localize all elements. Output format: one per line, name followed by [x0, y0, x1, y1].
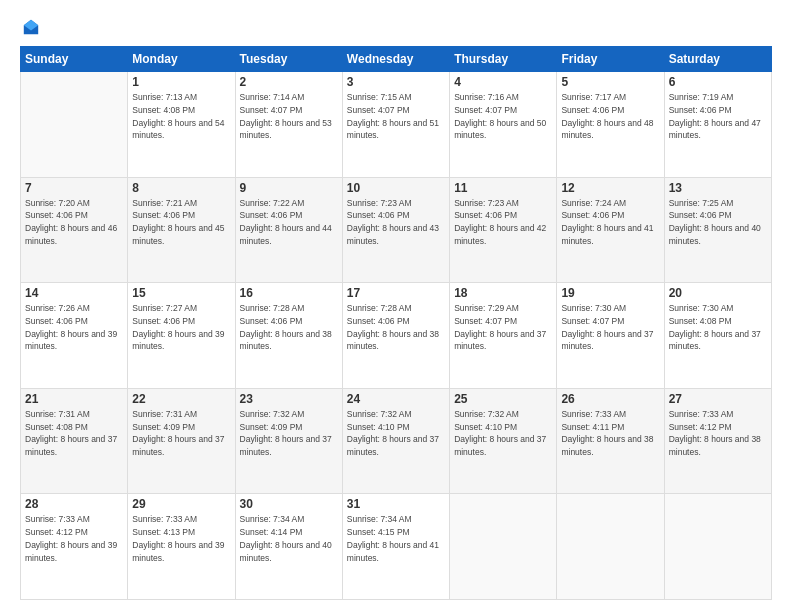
day-number: 10	[347, 181, 445, 195]
day-info: Sunrise: 7:23 AMSunset: 4:06 PMDaylight:…	[454, 198, 546, 246]
calendar-cell: 31 Sunrise: 7:34 AMSunset: 4:15 PMDaylig…	[342, 494, 449, 600]
day-header-monday: Monday	[128, 47, 235, 72]
calendar-cell: 6 Sunrise: 7:19 AMSunset: 4:06 PMDayligh…	[664, 72, 771, 178]
day-number: 3	[347, 75, 445, 89]
day-number: 1	[132, 75, 230, 89]
day-number: 12	[561, 181, 659, 195]
day-number: 26	[561, 392, 659, 406]
day-number: 19	[561, 286, 659, 300]
calendar-cell: 14 Sunrise: 7:26 AMSunset: 4:06 PMDaylig…	[21, 283, 128, 389]
calendar-cell: 9 Sunrise: 7:22 AMSunset: 4:06 PMDayligh…	[235, 177, 342, 283]
day-header-sunday: Sunday	[21, 47, 128, 72]
calendar-cell: 25 Sunrise: 7:32 AMSunset: 4:10 PMDaylig…	[450, 388, 557, 494]
day-number: 31	[347, 497, 445, 511]
calendar-week-4: 21 Sunrise: 7:31 AMSunset: 4:08 PMDaylig…	[21, 388, 772, 494]
calendar-week-5: 28 Sunrise: 7:33 AMSunset: 4:12 PMDaylig…	[21, 494, 772, 600]
calendar-cell: 11 Sunrise: 7:23 AMSunset: 4:06 PMDaylig…	[450, 177, 557, 283]
day-info: Sunrise: 7:24 AMSunset: 4:06 PMDaylight:…	[561, 198, 653, 246]
day-number: 22	[132, 392, 230, 406]
calendar-cell: 17 Sunrise: 7:28 AMSunset: 4:06 PMDaylig…	[342, 283, 449, 389]
page: SundayMondayTuesdayWednesdayThursdayFrid…	[0, 0, 792, 612]
day-info: Sunrise: 7:33 AMSunset: 4:12 PMDaylight:…	[25, 514, 117, 562]
calendar-cell: 24 Sunrise: 7:32 AMSunset: 4:10 PMDaylig…	[342, 388, 449, 494]
day-number: 13	[669, 181, 767, 195]
calendar-cell: 1 Sunrise: 7:13 AMSunset: 4:08 PMDayligh…	[128, 72, 235, 178]
day-info: Sunrise: 7:23 AMSunset: 4:06 PMDaylight:…	[347, 198, 439, 246]
calendar-week-3: 14 Sunrise: 7:26 AMSunset: 4:06 PMDaylig…	[21, 283, 772, 389]
day-number: 7	[25, 181, 123, 195]
day-header-wednesday: Wednesday	[342, 47, 449, 72]
day-info: Sunrise: 7:31 AMSunset: 4:08 PMDaylight:…	[25, 409, 117, 457]
day-info: Sunrise: 7:32 AMSunset: 4:10 PMDaylight:…	[347, 409, 439, 457]
day-number: 5	[561, 75, 659, 89]
day-info: Sunrise: 7:21 AMSunset: 4:06 PMDaylight:…	[132, 198, 224, 246]
calendar-cell: 28 Sunrise: 7:33 AMSunset: 4:12 PMDaylig…	[21, 494, 128, 600]
day-header-friday: Friday	[557, 47, 664, 72]
calendar-cell: 7 Sunrise: 7:20 AMSunset: 4:06 PMDayligh…	[21, 177, 128, 283]
day-number: 14	[25, 286, 123, 300]
day-number: 30	[240, 497, 338, 511]
day-number: 28	[25, 497, 123, 511]
calendar-week-2: 7 Sunrise: 7:20 AMSunset: 4:06 PMDayligh…	[21, 177, 772, 283]
calendar-cell: 3 Sunrise: 7:15 AMSunset: 4:07 PMDayligh…	[342, 72, 449, 178]
calendar-cell: 20 Sunrise: 7:30 AMSunset: 4:08 PMDaylig…	[664, 283, 771, 389]
day-info: Sunrise: 7:28 AMSunset: 4:06 PMDaylight:…	[240, 303, 332, 351]
calendar-cell: 5 Sunrise: 7:17 AMSunset: 4:06 PMDayligh…	[557, 72, 664, 178]
calendar-cell: 15 Sunrise: 7:27 AMSunset: 4:06 PMDaylig…	[128, 283, 235, 389]
calendar-cell	[557, 494, 664, 600]
day-info: Sunrise: 7:26 AMSunset: 4:06 PMDaylight:…	[25, 303, 117, 351]
day-number: 15	[132, 286, 230, 300]
day-number: 11	[454, 181, 552, 195]
day-number: 18	[454, 286, 552, 300]
day-info: Sunrise: 7:17 AMSunset: 4:06 PMDaylight:…	[561, 92, 653, 140]
day-number: 4	[454, 75, 552, 89]
calendar-cell	[664, 494, 771, 600]
day-info: Sunrise: 7:33 AMSunset: 4:11 PMDaylight:…	[561, 409, 653, 457]
day-info: Sunrise: 7:19 AMSunset: 4:06 PMDaylight:…	[669, 92, 761, 140]
calendar-cell: 23 Sunrise: 7:32 AMSunset: 4:09 PMDaylig…	[235, 388, 342, 494]
calendar-cell: 18 Sunrise: 7:29 AMSunset: 4:07 PMDaylig…	[450, 283, 557, 389]
day-number: 2	[240, 75, 338, 89]
calendar-cell	[21, 72, 128, 178]
day-info: Sunrise: 7:30 AMSunset: 4:08 PMDaylight:…	[669, 303, 761, 351]
header	[20, 18, 772, 36]
calendar-table: SundayMondayTuesdayWednesdayThursdayFrid…	[20, 46, 772, 600]
day-info: Sunrise: 7:27 AMSunset: 4:06 PMDaylight:…	[132, 303, 224, 351]
day-number: 16	[240, 286, 338, 300]
day-info: Sunrise: 7:16 AMSunset: 4:07 PMDaylight:…	[454, 92, 546, 140]
day-number: 21	[25, 392, 123, 406]
day-number: 23	[240, 392, 338, 406]
day-info: Sunrise: 7:30 AMSunset: 4:07 PMDaylight:…	[561, 303, 653, 351]
day-number: 29	[132, 497, 230, 511]
calendar-cell: 13 Sunrise: 7:25 AMSunset: 4:06 PMDaylig…	[664, 177, 771, 283]
day-info: Sunrise: 7:33 AMSunset: 4:12 PMDaylight:…	[669, 409, 761, 457]
calendar-cell: 21 Sunrise: 7:31 AMSunset: 4:08 PMDaylig…	[21, 388, 128, 494]
calendar-cell: 29 Sunrise: 7:33 AMSunset: 4:13 PMDaylig…	[128, 494, 235, 600]
day-info: Sunrise: 7:14 AMSunset: 4:07 PMDaylight:…	[240, 92, 332, 140]
day-info: Sunrise: 7:29 AMSunset: 4:07 PMDaylight:…	[454, 303, 546, 351]
logo	[20, 18, 40, 36]
day-number: 24	[347, 392, 445, 406]
calendar-cell: 12 Sunrise: 7:24 AMSunset: 4:06 PMDaylig…	[557, 177, 664, 283]
calendar-cell	[450, 494, 557, 600]
day-info: Sunrise: 7:32 AMSunset: 4:10 PMDaylight:…	[454, 409, 546, 457]
day-number: 17	[347, 286, 445, 300]
day-number: 9	[240, 181, 338, 195]
day-number: 8	[132, 181, 230, 195]
calendar-cell: 4 Sunrise: 7:16 AMSunset: 4:07 PMDayligh…	[450, 72, 557, 178]
calendar-cell: 22 Sunrise: 7:31 AMSunset: 4:09 PMDaylig…	[128, 388, 235, 494]
calendar-week-1: 1 Sunrise: 7:13 AMSunset: 4:08 PMDayligh…	[21, 72, 772, 178]
calendar-cell: 30 Sunrise: 7:34 AMSunset: 4:14 PMDaylig…	[235, 494, 342, 600]
calendar-cell: 10 Sunrise: 7:23 AMSunset: 4:06 PMDaylig…	[342, 177, 449, 283]
day-header-thursday: Thursday	[450, 47, 557, 72]
day-header-tuesday: Tuesday	[235, 47, 342, 72]
calendar-cell: 27 Sunrise: 7:33 AMSunset: 4:12 PMDaylig…	[664, 388, 771, 494]
calendar-header-row: SundayMondayTuesdayWednesdayThursdayFrid…	[21, 47, 772, 72]
day-number: 27	[669, 392, 767, 406]
day-info: Sunrise: 7:13 AMSunset: 4:08 PMDaylight:…	[132, 92, 224, 140]
day-info: Sunrise: 7:34 AMSunset: 4:14 PMDaylight:…	[240, 514, 332, 562]
day-info: Sunrise: 7:33 AMSunset: 4:13 PMDaylight:…	[132, 514, 224, 562]
day-info: Sunrise: 7:15 AMSunset: 4:07 PMDaylight:…	[347, 92, 439, 140]
calendar-cell: 26 Sunrise: 7:33 AMSunset: 4:11 PMDaylig…	[557, 388, 664, 494]
day-info: Sunrise: 7:25 AMSunset: 4:06 PMDaylight:…	[669, 198, 761, 246]
